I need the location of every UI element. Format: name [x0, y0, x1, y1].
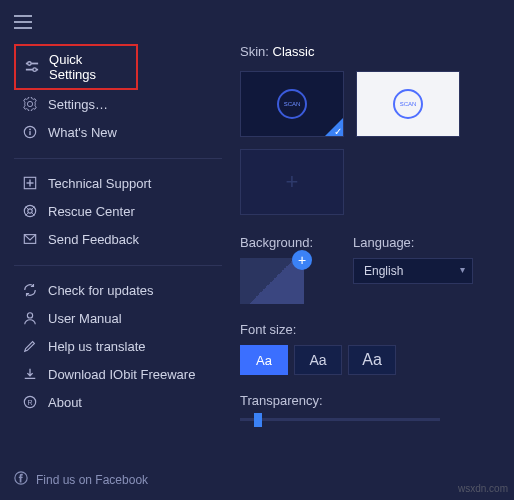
divider [14, 265, 222, 266]
transparency-label: Transparency: [240, 393, 494, 408]
facebook-icon [14, 471, 28, 488]
svg-point-11 [28, 209, 32, 213]
facebook-text: Find us on Facebook [36, 473, 148, 487]
gear-icon [22, 96, 38, 112]
sidebar-item-label: What's New [48, 125, 117, 140]
svg-point-13 [27, 313, 32, 318]
sidebar-item-send-feedback[interactable]: Send Feedback [14, 225, 230, 253]
language-select[interactable]: English [353, 258, 473, 284]
transparency-slider[interactable] [240, 418, 440, 421]
sidebar-item-label: User Manual [48, 311, 122, 326]
sidebar-item-check-updates[interactable]: Check for updates [14, 276, 230, 304]
sidebar-item-label: Technical Support [48, 176, 151, 191]
svg-text:R: R [27, 399, 32, 406]
plus-icon: + [286, 169, 299, 195]
svg-point-3 [32, 68, 36, 72]
sidebar-item-about[interactable]: R About [14, 388, 230, 416]
skin-thumb-classic-light[interactable]: SCAN [356, 71, 460, 137]
sidebar-item-label: Rescue Center [48, 204, 135, 219]
lifebuoy-icon [22, 203, 38, 219]
svg-rect-5 [29, 131, 30, 135]
sidebar-item-label: Download IObit Freeware [48, 367, 195, 382]
mail-icon [22, 231, 38, 247]
sliders-icon [24, 59, 39, 75]
watermark: wsxdn.com [458, 483, 508, 494]
skin-thumb-classic-dark[interactable]: SCAN [240, 71, 344, 137]
divider [14, 158, 222, 159]
facebook-link[interactable]: Find us on Facebook [14, 471, 148, 488]
sidebar-item-label: Help us translate [48, 339, 146, 354]
sidebar-item-label: Settings… [48, 97, 108, 112]
sidebar-item-user-manual[interactable]: User Manual [14, 304, 230, 332]
sidebar: Quick Settings Settings… What's New [0, 44, 230, 494]
scan-circle: SCAN [393, 89, 423, 119]
hamburger-menu-button[interactable] [14, 10, 38, 34]
content-panel: Skin: Classic SCAN SCAN + Background: + … [230, 44, 514, 494]
user-icon [22, 310, 38, 326]
sidebar-item-quick-settings[interactable]: Quick Settings [14, 44, 138, 90]
font-size-label: Font size: [240, 322, 494, 337]
slider-thumb[interactable] [254, 413, 262, 427]
info-icon [22, 124, 38, 140]
skin-value: Classic [273, 44, 315, 59]
registered-icon: R [22, 394, 38, 410]
sidebar-item-whats-new[interactable]: What's New [14, 118, 230, 146]
sidebar-item-download-freeware[interactable]: Download IObit Freeware [14, 360, 230, 388]
svg-point-6 [29, 129, 31, 131]
sidebar-item-rescue-center[interactable]: Rescue Center [14, 197, 230, 225]
skin-label: Skin: [240, 44, 273, 59]
edit-icon [22, 338, 38, 354]
background-thumb[interactable]: + [240, 258, 304, 304]
background-label: Background: [240, 235, 313, 250]
svg-point-2 [27, 62, 31, 66]
refresh-icon [22, 282, 38, 298]
font-size-medium[interactable]: Aa [294, 345, 342, 375]
skin-thumb-add[interactable]: + [240, 149, 344, 215]
sidebar-item-label: About [48, 395, 82, 410]
scan-circle: SCAN [277, 89, 307, 119]
sidebar-item-help-translate[interactable]: Help us translate [14, 332, 230, 360]
font-size-large[interactable]: Aa [348, 345, 396, 375]
plus-square-icon [22, 175, 38, 191]
download-icon [22, 366, 38, 382]
language-label: Language: [353, 235, 473, 250]
sidebar-item-tech-support[interactable]: Technical Support [14, 169, 230, 197]
sidebar-item-label: Quick Settings [49, 52, 128, 82]
sidebar-item-label: Send Feedback [48, 232, 139, 247]
sidebar-item-settings[interactable]: Settings… [14, 90, 230, 118]
svg-rect-9 [27, 182, 34, 183]
font-size-small[interactable]: Aa [240, 345, 288, 375]
sidebar-item-label: Check for updates [48, 283, 154, 298]
add-background-badge[interactable]: + [292, 250, 312, 270]
